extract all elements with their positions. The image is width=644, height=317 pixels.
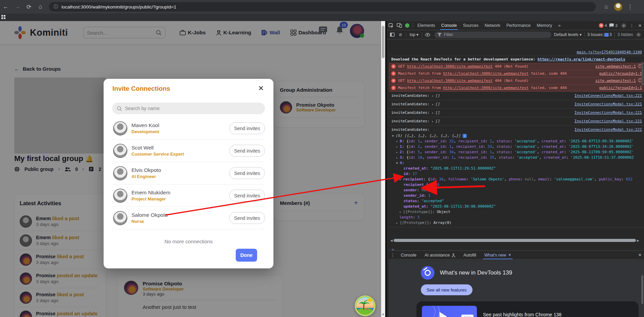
tab-sources[interactable]: Sources [460, 21, 482, 30]
console-row: Download the React DevTools for a better… [389, 56, 644, 63]
array-item-expanded[interactable]: ▼ 4: [389, 160, 644, 166]
island-widget-icon[interactable] [354, 295, 376, 317]
drawer-close-icon[interactable]: ✕ [636, 251, 644, 259]
send-invites-button[interactable]: Send invites [229, 145, 265, 157]
site-info-icon[interactable]: ⓘ [54, 4, 58, 10]
clear-console-icon[interactable]: ⊘ [396, 30, 405, 39]
highlights-card[interactable]: new See past highlights from Chrome 138 [416, 301, 639, 317]
source-link[interactable]: InviteConnectionsModal.tsx:221 [574, 127, 642, 133]
more-tabs-icon[interactable]: » [555, 21, 564, 30]
console-row[interactable]: inviteCandidates: ▸ [] InviteConnections… [389, 100, 644, 109]
close-icon[interactable]: ✕ [258, 84, 264, 92]
devtools-menu-icon[interactable]: ⋮ [628, 21, 636, 30]
source-link[interactable]: InviteConnectionsModal.tsx:221 [574, 102, 642, 107]
settings-gear-icon[interactable] [620, 21, 628, 30]
console-row[interactable]: inviteCandidates: ▸ [] InviteConnections… [389, 117, 644, 126]
drawer-tab-ai-assistance[interactable]: AI assistance [421, 251, 459, 259]
array-item[interactable]: ▸ 2: {id: 5, sender_id: 34, recipient_id… [389, 149, 644, 155]
drawer-tab-autofill[interactable]: Autofill [459, 251, 480, 259]
source-link[interactable]: public/?groupId=1:1 [599, 71, 642, 76]
source-link[interactable]: public/?groupId=1:1 [599, 85, 642, 91]
tab-elements[interactable]: Elements [414, 21, 438, 30]
invite-search-input[interactable]: Search by name [112, 103, 265, 114]
invite-row: Salome Okpoto Nurse Send invites [112, 207, 265, 229]
vue-devtools-icon[interactable] [403, 21, 411, 30]
array-preview[interactable]: ▼ (5) [{…}, {…}, {…}, {…}, {…}]i [389, 133, 644, 139]
send-invites-button[interactable]: Send invites [229, 122, 265, 134]
error-icon: ✕ [391, 64, 396, 69]
console-settings-gear-icon[interactable] [634, 30, 643, 39]
console-horizontal-scrollbar[interactable]: ◀▶ [390, 239, 639, 242]
send-invites-button[interactable]: Send invites [229, 212, 265, 224]
tab-performance[interactable]: Performance [503, 21, 534, 30]
done-button[interactable]: Done [236, 249, 257, 262]
drawer-scrollbar[interactable] [641, 275, 643, 304]
issues-label[interactable]: 3 Issues: [587, 32, 604, 37]
page-scrollbar[interactable]: ▼ [381, 21, 385, 317]
object-property[interactable]: ▸ recipient: {id: 36, fullname: 'Salome … [389, 177, 644, 182]
prototype-row[interactable]: ▸ [[Prototype]]: Object [389, 209, 644, 215]
back-icon[interactable]: ← [0, 3, 12, 10]
console-sidebar-icon[interactable] [388, 30, 396, 39]
source-link[interactable]: site.webmanifest:1 [595, 78, 636, 84]
array-item[interactable]: ▸ 3: {id: 10, sender_id: 1, recipient_id… [389, 155, 644, 160]
array-length: length: 5 [389, 215, 644, 220]
scroll-down-arrow[interactable]: ▼ [381, 313, 385, 316]
scrollbar-thumb[interactable] [382, 26, 384, 58]
prototype-row[interactable]: ▸ [[Prototype]]: Array(0) [389, 220, 644, 226]
object-property: updated_at: "2025-08-11T11:30:08.000000Z… [389, 204, 644, 209]
highlights-thumbnail[interactable]: new [422, 306, 477, 317]
source-link[interactable]: InviteConnectionsModal.tsx:221 [574, 119, 642, 124]
context-selector[interactable]: top ▾ [408, 32, 421, 37]
drawer-menu-icon[interactable]: ⋮ [389, 251, 397, 259]
source-link[interactable]: site.webmanifest:1 [595, 64, 636, 69]
console-messages-icon[interactable] [609, 21, 614, 30]
source-link[interactable]: main.js?ts=1754911840540:1100 [577, 50, 642, 55]
live-expression-eye-icon[interactable] [424, 30, 432, 39]
address-bar[interactable]: ⓘ localhost:3000/wall/mykominiti/groups/… [49, 2, 596, 12]
reload-icon[interactable]: ⟳ [23, 3, 35, 11]
console-filter-input[interactable]: Filter [434, 32, 551, 38]
close-tab-icon[interactable]: ✕ [508, 253, 511, 257]
console-scrollbar[interactable] [641, 62, 643, 86]
tab-memory[interactable]: Memory [534, 21, 555, 30]
console-toolbar: ⊘ top ▾ Filter Default levels ▾ 3 Issues… [387, 30, 644, 39]
message-count: 3 [615, 23, 618, 28]
see-all-features-button[interactable]: See all new features [421, 284, 472, 295]
invite-row: Emem Ntukidem Project Manager Send invit… [112, 184, 265, 207]
drawer-tab-console[interactable]: Console [397, 251, 421, 259]
avatar [113, 211, 127, 225]
whats-new-heading: What's new in DevTools 139 [440, 269, 512, 276]
bookmark-star-icon[interactable]: ☆ [601, 3, 612, 11]
issues-icon [604, 33, 609, 37]
person-role: Project Manager [131, 196, 171, 201]
send-invites-button[interactable]: Send invites [229, 167, 265, 179]
send-invites-button[interactable]: Send invites [229, 190, 265, 201]
log-levels-selector[interactable]: Default levels ▾ [554, 32, 582, 37]
person-name: Salome Okpoto [131, 212, 168, 218]
array-item[interactable]: ▸ 1: {id: 2, sender_id: 1, recipient_id:… [389, 144, 644, 149]
devtools-close-icon[interactable]: ✕ [636, 21, 644, 30]
invite-row: Elvis Okpoto AI Engineer Send invites [112, 162, 265, 184]
console-error-row: ✕ GET http://localhost:3000/site.webmani… [389, 77, 644, 85]
browser-profile-avatar[interactable] [614, 3, 622, 11]
avatar [113, 121, 127, 136]
forward-icon[interactable]: → [12, 3, 23, 10]
console-row[interactable]: inviteCandidates: ▸ [] InviteConnections… [389, 109, 644, 117]
object-property: created_at: "2025-08-11T11:29:51.000000Z… [389, 166, 644, 171]
url-text[interactable]: localhost:3000/wall/mykominiti/groups/pu… [61, 4, 176, 10]
source-link[interactable]: InviteConnectionsModal.tsx:221 [574, 110, 642, 116]
tab-console[interactable]: Console [438, 21, 460, 30]
browser-menu-icon[interactable]: ⋮ [624, 3, 636, 11]
inspect-element-icon[interactable] [387, 21, 395, 30]
hidden-messages-label[interactable]: 3 hidden [618, 32, 633, 37]
console-row[interactable]: inviteCandidates: ▸ [] InviteConnections… [389, 92, 644, 100]
source-link[interactable]: InviteConnectionsModal.tsx:221 [574, 93, 642, 99]
array-item[interactable]: ▸ 0: {id: 1, sender_id: 32, recipient_id… [389, 139, 644, 144]
home-icon[interactable]: ⌂ [35, 3, 46, 10]
tab-network[interactable]: Network [482, 21, 503, 30]
apps-grid-icon[interactable] [1, 15, 6, 19]
drawer-tab-whats-new[interactable]: What's new ✕ [480, 251, 515, 259]
error-count-icon[interactable]: ✕ [599, 23, 604, 28]
device-toolbar-icon[interactable] [395, 21, 403, 30]
